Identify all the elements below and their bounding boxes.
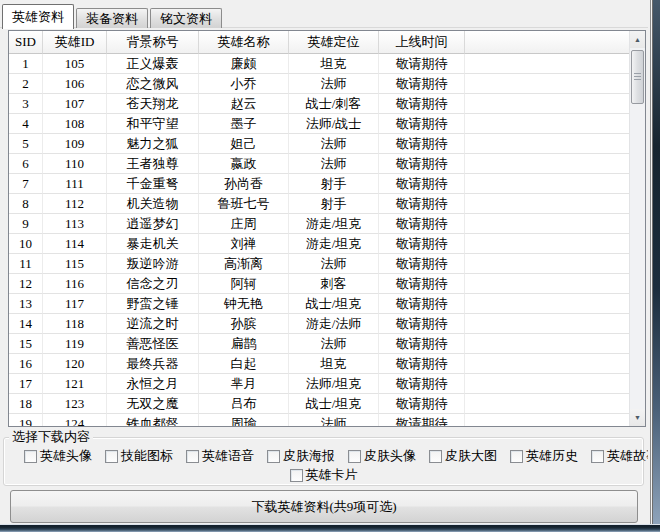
cell-title: 恋之微风	[107, 74, 199, 94]
column-header-name[interactable]: 英雄名称	[199, 31, 289, 54]
table-row[interactable]: 17121永恒之月芈月法师/坦克敬请期待	[9, 374, 629, 394]
cell-release: 敬请期待	[379, 94, 465, 114]
cell-sid: 4	[9, 114, 43, 134]
cell-name: 芈月	[199, 374, 289, 394]
column-header-title[interactable]: 背景称号	[107, 31, 199, 54]
cell-name: 赵云	[199, 94, 289, 114]
column-header-hero-id[interactable]: 英雄ID	[43, 31, 107, 54]
column-header-role[interactable]: 英雄定位	[289, 31, 379, 54]
checkbox-icon[interactable]	[348, 450, 361, 463]
table-row[interactable]: 7111千金重弩孙尚香射手敬请期待	[9, 174, 629, 194]
cell-filler	[465, 54, 629, 74]
checkbox-icon[interactable]	[290, 469, 303, 482]
table-row[interactable]: 11115叛逆吟游高渐离法师敬请期待	[9, 254, 629, 274]
checkbox-label: 英雄头像	[40, 447, 92, 465]
checkbox-label: 皮肤头像	[364, 447, 416, 465]
cell-role: 坦克	[289, 54, 379, 74]
table-row[interactable]: 6110王者独尊嬴政法师敬请期待	[9, 154, 629, 174]
table-row[interactable]: 5109魅力之狐妲己法师敬请期待	[9, 134, 629, 154]
cell-hero-id: 121	[43, 374, 107, 394]
scroll-up-icon[interactable]: ▲	[630, 31, 645, 48]
table-row[interactable]: 19124铁血都督周瑜法师敬请期待	[9, 414, 629, 426]
cell-name: 周瑜	[199, 414, 289, 426]
table-row[interactable]: 16120最终兵器白起坦克敬请期待	[9, 354, 629, 374]
checkbox-icon[interactable]	[510, 450, 523, 463]
column-header-filler[interactable]	[465, 31, 629, 54]
cell-title: 善恶怪医	[107, 334, 199, 354]
checkbox-hero-history[interactable]: 英雄历史	[510, 447, 578, 465]
table-row[interactable]: 18123无双之魔吕布战士/坦克敬请期待	[9, 394, 629, 414]
tab-inscription-data[interactable]: 铭文资料	[150, 8, 222, 28]
cell-hero-id: 116	[43, 274, 107, 294]
table-row[interactable]: 3107苍天翔龙赵云战士/刺客敬请期待	[9, 94, 629, 114]
table-row[interactable]: 2106恋之微风小乔法师敬请期待	[9, 74, 629, 94]
cell-title: 和平守望	[107, 114, 199, 134]
table-row[interactable]: 9113逍遥梦幻庄周游走/坦克敬请期待	[9, 214, 629, 234]
cell-role: 射手	[289, 194, 379, 214]
cell-name: 吕布	[199, 394, 289, 414]
cell-release: 敬请期待	[379, 54, 465, 74]
checkbox-skin-poster[interactable]: 皮肤海报	[267, 447, 335, 465]
column-header-release[interactable]: 上线时间	[379, 31, 465, 54]
checkbox-skin-avatar[interactable]: 皮肤头像	[348, 447, 416, 465]
checkbox-skill-icon[interactable]: 技能图标	[105, 447, 173, 465]
table-row[interactable]: 1105正义爆轰廉颇坦克敬请期待	[9, 54, 629, 74]
grid-scrollpane: SID英雄ID背景称号英雄名称英雄定位上线时间 1105正义爆轰廉颇坦克敬请期待…	[9, 31, 629, 426]
column-header-sid[interactable]: SID	[9, 31, 43, 54]
cell-hero-id: 120	[43, 354, 107, 374]
scrollbar-grip-icon	[634, 73, 641, 81]
cell-hero-id: 123	[43, 394, 107, 414]
checkbox-hero-card[interactable]: 英雄卡片	[290, 466, 358, 484]
cell-release: 敬请期待	[379, 174, 465, 194]
scrollbar-thumb[interactable]	[631, 50, 644, 104]
checkbox-icon[interactable]	[105, 450, 118, 463]
cell-title: 无双之魔	[107, 394, 199, 414]
cell-sid: 19	[9, 414, 43, 426]
cell-release: 敬请期待	[379, 214, 465, 234]
table-row[interactable]: 14118逆流之时孙膑游走/法师敬请期待	[9, 314, 629, 334]
cell-release: 敬请期待	[379, 234, 465, 254]
table-body: 1105正义爆轰廉颇坦克敬请期待2106恋之微风小乔法师敬请期待3107苍天翔龙…	[9, 54, 629, 426]
scroll-down-icon[interactable]: ▼	[630, 409, 645, 426]
table-row[interactable]: 8112机关造物鲁班七号射手敬请期待	[9, 194, 629, 214]
cell-title: 野蛮之锤	[107, 294, 199, 314]
cell-hero-id: 117	[43, 294, 107, 314]
cell-filler	[465, 414, 629, 426]
vertical-scrollbar[interactable]: ▲ ▼	[629, 31, 645, 426]
cell-filler	[465, 254, 629, 274]
cell-sid: 6	[9, 154, 43, 174]
hero-data-grid: SID英雄ID背景称号英雄名称英雄定位上线时间 1105正义爆轰廉颇坦克敬请期待…	[8, 30, 646, 427]
cell-hero-id: 107	[43, 94, 107, 114]
cell-release: 敬请期待	[379, 294, 465, 314]
checkbox-icon[interactable]	[591, 450, 604, 463]
table-row[interactable]: 10114暴走机关刘禅游走/坦克敬请期待	[9, 234, 629, 254]
checkbox-icon[interactable]	[429, 450, 442, 463]
cell-filler	[465, 154, 629, 174]
checkbox-icon[interactable]	[267, 450, 280, 463]
checkbox-icon[interactable]	[186, 450, 199, 463]
cell-name: 墨子	[199, 114, 289, 134]
cell-title: 最终兵器	[107, 354, 199, 374]
checkbox-hero-avatar[interactable]: 英雄头像	[24, 447, 92, 465]
cell-name: 庄周	[199, 214, 289, 234]
table-row[interactable]: 13117野蛮之锤钟无艳战士/坦克敬请期待	[9, 294, 629, 314]
tab-hero-data[interactable]: 英雄资料	[2, 4, 74, 29]
checkbox-skin-large[interactable]: 皮肤大图	[429, 447, 497, 465]
cell-name: 廉颇	[199, 54, 289, 74]
cell-filler	[465, 214, 629, 234]
cell-filler	[465, 394, 629, 414]
table-row[interactable]: 4108和平守望墨子法师/战士敬请期待	[9, 114, 629, 134]
checkbox-icon[interactable]	[24, 450, 37, 463]
checkbox-hero-voice[interactable]: 英雄语音	[186, 447, 254, 465]
table-row[interactable]: 12116信念之刃阿轲刺客敬请期待	[9, 274, 629, 294]
download-button[interactable]: 下载英雄资料(共9项可选)	[10, 490, 638, 523]
cell-hero-id: 114	[43, 234, 107, 254]
cell-title: 铁血都督	[107, 414, 199, 426]
cell-name: 孙膑	[199, 314, 289, 334]
cell-role: 法师	[289, 414, 379, 426]
cell-filler	[465, 294, 629, 314]
cell-sid: 15	[9, 334, 43, 354]
cell-release: 敬请期待	[379, 154, 465, 174]
table-row[interactable]: 15119善恶怪医扁鹊法师敬请期待	[9, 334, 629, 354]
tab-equipment-data[interactable]: 装备资料	[76, 8, 148, 28]
